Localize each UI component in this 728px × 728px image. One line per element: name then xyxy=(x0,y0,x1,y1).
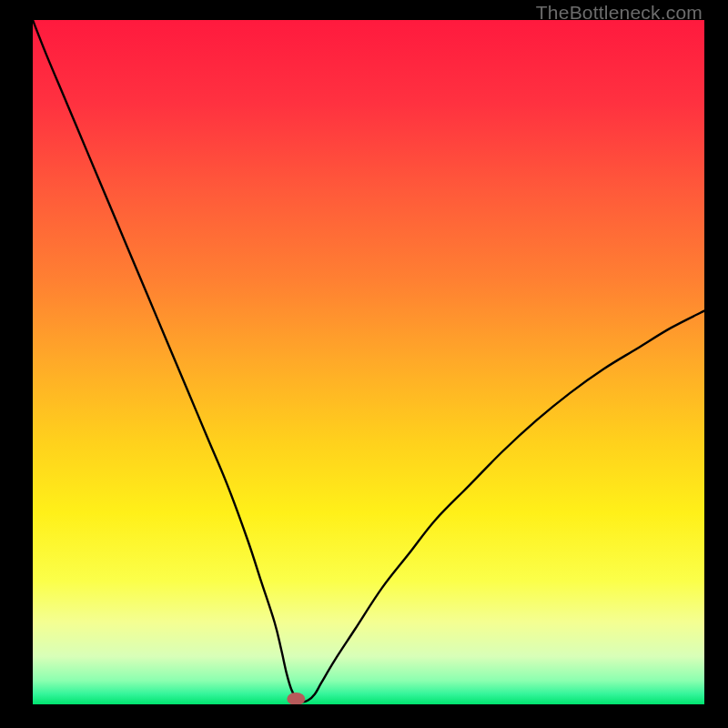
plot-area xyxy=(33,20,704,704)
gradient-background xyxy=(33,20,704,704)
chart-svg xyxy=(33,20,704,704)
chart-frame: TheBottleneck.com xyxy=(0,0,728,728)
watermark-text: TheBottleneck.com xyxy=(536,2,703,24)
